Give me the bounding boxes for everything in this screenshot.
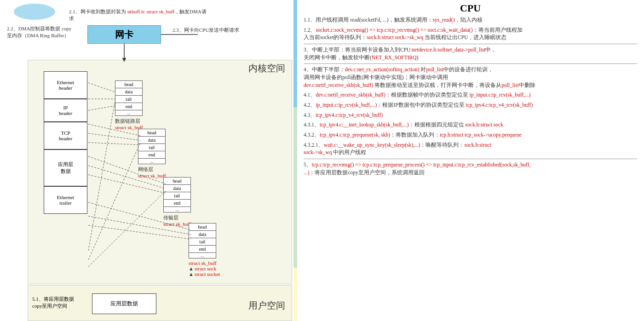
step-2-1-label: 2.1、网卡收到数据封装为 skbuff.h: struct sk_buff，触… xyxy=(69,8,207,22)
skbuff-trans-data: data xyxy=(164,185,190,192)
color-bar-green xyxy=(293,107,297,268)
skbuff-trans-layer: head data tail end ... 传输层 struct sk_buf… xyxy=(163,177,191,227)
skbuff-net-tail: tail xyxy=(138,144,165,151)
step-4-3-2-1: 4.3.2.1、wait.c:__wake_up_sync_key(sk_sle… xyxy=(304,141,637,156)
step-5: 5、tcp.c:tcp_recvmsg() => tcp.c:tcp_prequ… xyxy=(304,161,637,176)
step-4-2: 4.2、ip_input.c:ip_rcv(sk_buff,...)：根据IP数… xyxy=(304,101,637,109)
struct-sock-label: struct sock xyxy=(195,266,216,271)
skbuff-trans-dots: ... xyxy=(164,207,190,212)
step-3: 3、中断上半部：将当前网卡设备加入到CPU:netdevice.h:softne… xyxy=(304,46,637,61)
skbuff-net-dots: ... xyxy=(138,159,165,164)
divider-1 xyxy=(304,44,637,44)
eth-trailer-block: Ethernettrailer xyxy=(44,186,87,214)
step-2-2-label: 2.2、DMA控制器将数据 copy至内存（DMA Ring Buffer） xyxy=(7,25,80,39)
skbuff-trans-end: end xyxy=(164,200,190,207)
app-data-block: 应用层数据 xyxy=(44,149,87,186)
skbuff-head: head xyxy=(115,81,142,88)
step-2-3-label: 2.3、网卡向CPU发送中断请求 xyxy=(172,27,264,34)
skbuff-link-layer: head data tail end ... 数据链路层 struct sk_b… xyxy=(115,80,143,130)
skbuff-net-data: data xyxy=(138,137,165,144)
skbuff-trans-head: head xyxy=(164,178,190,185)
skbuff-dots: ... xyxy=(115,110,142,115)
app-data-user-label: 应用层数据 xyxy=(110,300,138,308)
packet-blocks: Ethernetheader IPheader TCPheader 应用层数据 … xyxy=(44,71,87,214)
nic-label: 网卡 xyxy=(115,29,133,41)
divider-3 xyxy=(304,159,637,159)
step-1-1: 1.1、用户线程调用 read(socketFd, ...)，触发系统调用：sy… xyxy=(304,16,637,24)
color-bar-blue xyxy=(293,0,297,107)
skbuff-end: end xyxy=(115,103,142,110)
net-layer-label: 网络层 xyxy=(138,166,166,173)
skbuff-app-tail: tail xyxy=(189,238,216,246)
skbuff-data: data xyxy=(115,88,142,96)
tcp-header-block: TCPheader xyxy=(44,122,87,149)
step-4-3-2: 4.3.2、tcp_ipv4.c:tcp_prequeue(sk, skb)：将… xyxy=(304,131,637,139)
app-struct-socket-row: ▲ struct socket xyxy=(189,271,220,277)
app-data-user-box: 应用层数据 xyxy=(92,293,156,314)
struct-socket-label: struct socket xyxy=(195,271,220,277)
divider-2 xyxy=(304,63,637,64)
ip-header-block: IPheader xyxy=(44,99,87,122)
skbuff-net-box: head data tail end ... xyxy=(138,129,166,164)
kernel-label: 内核空间 xyxy=(248,62,285,75)
step-1-2: 1.2、socket.c:sock_recvmsg() => tcp.c:tcp… xyxy=(304,26,637,41)
skbuff-app-data: data xyxy=(189,231,216,238)
skbuff-net-head: head xyxy=(138,129,165,137)
step-4: 4、中断下半部：dev.c:net_rx_action(softirq_acti… xyxy=(304,66,637,89)
color-bar xyxy=(293,0,297,321)
skbuff-tail: tail xyxy=(115,96,142,103)
link-layer-label: 数据链路层 xyxy=(115,118,143,125)
app-struct-skbuff-label: struct sk_buff xyxy=(189,260,220,266)
skbuff-app-box: head data tail end ... xyxy=(189,223,216,258)
skbuff-app-dots: ... xyxy=(189,253,216,258)
skbuff-app-layer: head data tail end ... struct sk_buff ▲ … xyxy=(189,223,220,277)
skbuff-trans-box: head data tail end ... xyxy=(163,177,191,212)
eth-header-block: Ethernetheader xyxy=(44,71,87,99)
color-bar-yellow xyxy=(293,268,297,321)
skbuff-app-end: end xyxy=(189,246,216,253)
skbuff-app-head: head xyxy=(189,224,216,231)
left-panel: 网卡 2.1、网卡收到数据封装为 skbuff.h: struct sk_buf… xyxy=(0,0,294,321)
net-struct-label: struct sk_buff xyxy=(138,173,166,178)
user-label: 用户空间 xyxy=(248,299,285,312)
step-4-3: 4.3、tcp_ipv4.c:tcp_v4_rcv(sk_buff) xyxy=(304,111,637,119)
app-struct-sock-row: ▲ struct sock xyxy=(189,266,220,271)
right-panel: CPU 1.1、用户线程调用 read(socketFd, ...)，触发系统调… xyxy=(297,0,644,321)
skbuff-net-layer: head data tail end ... 网络层 struct sk_buf… xyxy=(138,129,166,178)
cpu-title: CPU xyxy=(304,2,637,14)
skbuff-link-box: head data tail end ... xyxy=(115,80,143,116)
trans-struct-label: struct sk_buff xyxy=(163,221,191,227)
nic-box: 网卡 xyxy=(87,25,161,44)
copy-to-user-label: 5.1、将应用层数据copy至用户空间 xyxy=(32,296,92,310)
skbuff-trans-tail: tail xyxy=(164,192,190,200)
nic-area: 网卡 2.1、网卡收到数据封装为 skbuff.h: struct sk_buf… xyxy=(0,0,294,60)
trans-layer-label: 传输层 xyxy=(163,214,191,221)
step-4-1: 4.1、dev.c:netif_receive_skb(sk_buff)：根据数… xyxy=(304,91,637,99)
step-4-3-1: 4.3.1、tcp_ipv4.c:__inet_lookup_skb(sk_bu… xyxy=(304,121,637,129)
skbuff-net-end: end xyxy=(138,151,165,159)
